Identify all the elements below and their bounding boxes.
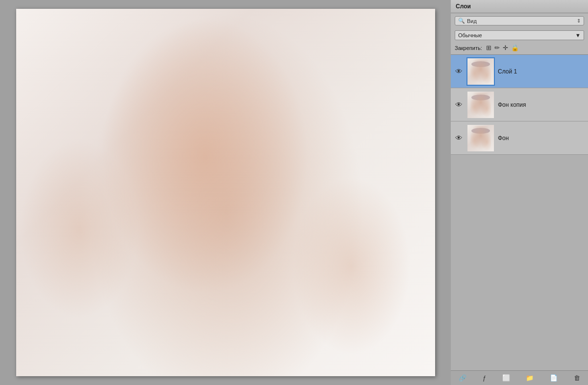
lock-paint-icon[interactable]: ✏ — [494, 44, 500, 51]
lock-label: Закрепить: — [455, 45, 482, 51]
eye-icon: 👁 — [455, 100, 463, 109]
eye-visibility-layer1[interactable]: 👁 — [454, 67, 464, 75]
add-mask-icon[interactable]: ⬜ — [502, 374, 510, 382]
layer-thumb-fon-kopiya — [466, 91, 495, 119]
layers-list: 👁 Слой 1 👁 Фон копия — [451, 55, 588, 370]
layer-thumb-layer1 — [466, 57, 495, 86]
portrait-background — [16, 9, 435, 376]
search-label: Вид — [467, 18, 575, 24]
layer-item-fon[interactable]: 👁 Фон — [451, 121, 588, 155]
link-layers-icon[interactable]: 🔗 — [459, 374, 466, 382]
chevron-updown-icon: ⇕ — [577, 18, 581, 24]
new-group-icon[interactable]: 📁 — [526, 374, 534, 382]
eye-icon: 👁 — [455, 67, 463, 75]
layer-item-fon-kopiya[interactable]: 👁 Фон копия — [451, 88, 588, 121]
layer-name-fon-kopiya: Фон копия — [498, 101, 585, 108]
layer-name-fon: Фон — [498, 135, 585, 142]
layer-name-layer1: Слой 1 — [498, 68, 585, 75]
panel-header: Слои — [451, 0, 588, 13]
main-canvas — [16, 9, 435, 376]
skin-overlay — [16, 9, 435, 376]
panel-bottom-bar: 🔗 ƒ ⬜ 📁 📄 🗑 — [451, 370, 588, 385]
lock-row: Закрепить: ⊞ ✏ ✛ 🔒 — [451, 42, 588, 54]
layer-item-layer1[interactable]: 👁 Слой 1 — [451, 55, 588, 88]
blend-mode-row: Обычные ▼ — [451, 28, 588, 42]
new-layer-icon[interactable]: 📄 — [550, 374, 558, 382]
lock-all-icon[interactable]: 🔒 — [511, 44, 519, 51]
search-box[interactable]: 🔍 Вид ⇕ — [455, 16, 584, 25]
layers-panel: Слои 🔍 Вид ⇕ Обычные ▼ Закрепить: ⊞ ✏ ✛ … — [451, 0, 588, 385]
eye-visibility-fon-kopiya[interactable]: 👁 — [454, 100, 464, 109]
lock-move-icon[interactable]: ✛ — [503, 44, 508, 51]
blend-mode-arrow: ▼ — [575, 32, 581, 38]
eye-icon: 👁 — [455, 134, 463, 142]
search-icon: 🔍 — [458, 18, 465, 24]
add-style-icon[interactable]: ƒ — [483, 374, 486, 382]
layer-thumb-fon — [466, 124, 495, 152]
blend-mode-label: Обычные — [458, 32, 482, 38]
lock-pixels-icon[interactable]: ⊞ — [486, 44, 491, 51]
panel-title: Слои — [456, 3, 471, 10]
delete-layer-icon[interactable]: 🗑 — [574, 374, 580, 382]
canvas-area — [0, 0, 451, 385]
search-row: 🔍 Вид ⇕ — [451, 13, 588, 28]
eye-visibility-fon[interactable]: 👁 — [454, 134, 464, 142]
lock-icons-group: ⊞ ✏ ✛ 🔒 — [486, 44, 519, 51]
blend-mode-select[interactable]: Обычные ▼ — [455, 30, 584, 40]
